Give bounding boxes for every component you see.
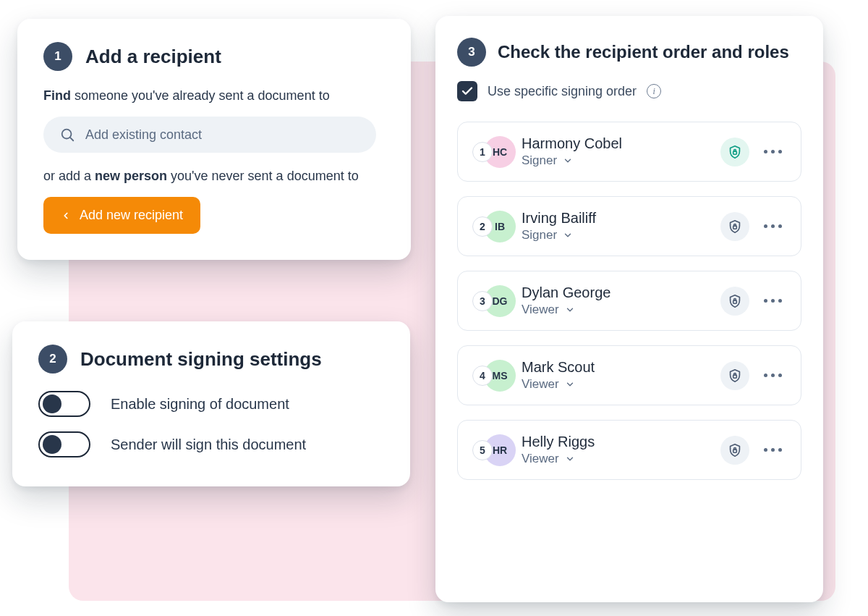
recipient-main: Harmony Cobel Signer xyxy=(522,135,710,168)
step-badge-1: 1 xyxy=(43,42,72,71)
lock-shield-icon xyxy=(727,442,743,458)
chevron-down-icon xyxy=(563,230,573,240)
recipient-main: Irving Bailiff Signer xyxy=(522,210,710,242)
step-badge-2: 2 xyxy=(38,345,67,374)
recipient-row[interactable]: 1 HC Harmony Cobel Signer xyxy=(457,122,801,182)
lock-button[interactable] xyxy=(720,361,749,390)
chevron-down-icon xyxy=(565,379,575,389)
step-header-2: 2 Document signing settings xyxy=(38,345,384,374)
more-menu[interactable] xyxy=(760,143,786,161)
order-number: 2 xyxy=(472,216,493,237)
toggle-knob xyxy=(43,435,61,454)
more-menu[interactable] xyxy=(760,217,786,235)
svg-line-1 xyxy=(70,138,73,140)
toggle-sender-sign-label: Sender will sign this document xyxy=(111,436,306,453)
recipient-role-label: Viewer xyxy=(522,377,559,392)
or-hint: or add a new person you've never sent a … xyxy=(43,169,385,184)
recipient-role-select[interactable]: Viewer xyxy=(522,303,710,317)
chevron-down-icon xyxy=(565,305,575,315)
lock-shield-icon xyxy=(727,219,743,235)
find-hint-rest: someone you've already sent a document t… xyxy=(71,88,330,103)
or-hint-mid: new person xyxy=(95,169,167,183)
recipient-name: Helly Riggs xyxy=(522,434,710,450)
toggle-row-sender-sign: Sender will sign this document xyxy=(38,431,384,457)
toggle-knob xyxy=(43,395,61,413)
step-header-3: 3 Check the recipient order and roles xyxy=(457,38,801,67)
toggle-enable-signing-label: Enable signing of document xyxy=(111,396,289,413)
recipient-name: Mark Scout xyxy=(522,359,710,376)
recipient-name: Harmony Cobel xyxy=(522,135,710,152)
step-title-2: Document signing settings xyxy=(80,348,322,371)
step-title-1: Add a recipient xyxy=(85,46,221,68)
signing-order-label: Use specific signing order xyxy=(488,84,637,99)
order-avatar: 3 DG xyxy=(472,285,511,317)
lock-shield-icon xyxy=(727,293,743,309)
signing-order-row: Use specific signing order i xyxy=(457,81,801,101)
or-hint-pre: or add a xyxy=(43,169,95,183)
chevron-down-icon xyxy=(563,156,573,166)
lock-button[interactable] xyxy=(720,436,749,465)
chevron-left-icon xyxy=(61,210,71,221)
order-avatar: 5 HR xyxy=(472,434,511,466)
recipient-role-select[interactable]: Viewer xyxy=(522,452,710,466)
card-add-recipient: 1 Add a recipient Find someone you've al… xyxy=(17,19,411,260)
lock-button[interactable] xyxy=(720,212,749,241)
chevron-down-icon xyxy=(565,454,575,464)
find-hint: Find someone you've already sent a docum… xyxy=(43,88,385,104)
toggle-row-enable-signing: Enable signing of document xyxy=(38,391,384,417)
lock-shield-icon xyxy=(727,144,743,160)
step-title-3: Check the recipient order and roles xyxy=(498,42,789,62)
signing-order-checkbox[interactable] xyxy=(457,81,477,101)
search-input[interactable] xyxy=(85,127,360,143)
lock-button[interactable] xyxy=(720,287,749,316)
recipient-role-select[interactable]: Signer xyxy=(522,153,710,168)
order-number: 5 xyxy=(472,440,493,460)
order-avatar: 1 HC xyxy=(472,136,511,168)
order-number: 1 xyxy=(472,142,493,162)
recipient-role-select[interactable]: Signer xyxy=(522,228,710,242)
recipient-role-select[interactable]: Viewer xyxy=(522,377,710,392)
toggle-sender-sign[interactable] xyxy=(38,431,90,457)
step-header-1: 1 Add a recipient xyxy=(43,42,385,71)
more-menu[interactable] xyxy=(760,441,786,459)
search-icon xyxy=(59,127,75,143)
recipient-row[interactable]: 3 DG Dylan George Viewer xyxy=(457,271,801,331)
recipient-main: Mark Scout Viewer xyxy=(522,359,710,392)
step-badge-3: 3 xyxy=(457,38,486,67)
order-number: 4 xyxy=(472,366,493,386)
recipient-role-label: Signer xyxy=(522,153,557,168)
recipient-row[interactable]: 4 MS Mark Scout Viewer xyxy=(457,345,801,405)
order-avatar: 2 IB xyxy=(472,211,511,242)
recipient-name: Dylan George xyxy=(522,284,710,301)
recipient-name: Irving Bailiff xyxy=(522,210,710,227)
card-signing-settings: 2 Document signing settings Enable signi… xyxy=(12,321,410,486)
card-recipient-order: 3 Check the recipient order and roles Us… xyxy=(435,16,823,602)
recipient-main: Helly Riggs Viewer xyxy=(522,434,710,466)
more-menu[interactable] xyxy=(760,292,786,310)
add-new-recipient-button[interactable]: Add new recipient xyxy=(43,197,200,234)
find-hint-strong: Find xyxy=(43,88,71,103)
recipient-list: 1 HC Harmony Cobel Signer 2 IB Irving Ba… xyxy=(457,122,801,480)
lock-button[interactable] xyxy=(720,138,749,166)
search-existing-contact[interactable] xyxy=(43,117,376,153)
recipient-main: Dylan George Viewer xyxy=(522,284,710,317)
recipient-role-label: Viewer xyxy=(522,452,559,466)
recipient-row[interactable]: 5 HR Helly Riggs Viewer xyxy=(457,420,801,480)
add-new-recipient-label: Add new recipient xyxy=(80,208,183,223)
recipient-role-label: Viewer xyxy=(522,303,559,317)
lock-shield-icon xyxy=(727,368,743,384)
toggle-enable-signing[interactable] xyxy=(38,391,90,417)
recipient-row[interactable]: 2 IB Irving Bailiff Signer xyxy=(457,196,801,256)
info-icon[interactable]: i xyxy=(647,84,661,98)
order-avatar: 4 MS xyxy=(472,360,511,392)
order-number: 3 xyxy=(472,291,493,311)
recipient-role-label: Signer xyxy=(522,228,557,242)
more-menu[interactable] xyxy=(760,366,786,384)
or-hint-rest: you've never sent a document to xyxy=(167,169,359,183)
